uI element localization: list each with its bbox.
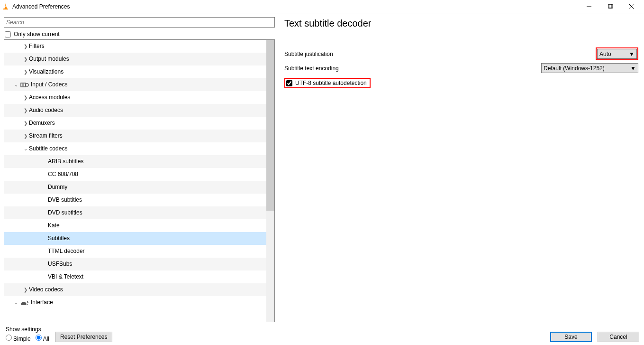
tree-item[interactable]: DVB subtitles xyxy=(4,194,266,206)
svg-rect-2 xyxy=(5,6,7,7)
input-icon xyxy=(20,81,29,89)
svg-rect-0 xyxy=(3,9,8,9)
only-show-current-box[interactable] xyxy=(5,31,11,37)
only-show-current-checkbox[interactable]: Only show current xyxy=(5,31,275,37)
utf8-checkbox-box[interactable] xyxy=(286,80,292,86)
tree-item-label: Input / Codecs xyxy=(31,78,67,91)
tree-item[interactable]: Kate xyxy=(4,219,266,232)
utf8-highlight: UTF-8 subtitle autodetection xyxy=(284,78,371,88)
tree-item-label: Stream filters xyxy=(29,130,63,142)
tree-item-label: Subtitle codecs xyxy=(29,142,67,155)
tree-item[interactable]: ⌄Subtitle codecs xyxy=(4,142,266,155)
tree-item-label: Demuxers xyxy=(29,117,55,130)
tree-item-label: Kate xyxy=(48,219,60,232)
chevron-down-icon: ▼ xyxy=(629,51,635,57)
tree-item-label: Access modules xyxy=(29,91,70,104)
expand-arrow-icon[interactable]: ❯ xyxy=(22,91,29,104)
tree-item-label: DVB subtitles xyxy=(48,194,82,206)
svg-rect-1 xyxy=(5,5,7,5)
footer: Show settings Simple All Reset Preferenc… xyxy=(0,322,644,345)
tree-item[interactable]: ❯Visualizations xyxy=(4,65,266,78)
minimize-button[interactable] xyxy=(578,0,599,13)
tree-scrollbar-thumb[interactable] xyxy=(266,40,274,211)
save-button[interactable]: Save xyxy=(550,332,592,342)
svg-rect-4 xyxy=(608,4,612,8)
svg-rect-5 xyxy=(609,4,613,8)
radio-all[interactable]: All xyxy=(36,335,49,342)
tree-item[interactable]: Subtitles xyxy=(4,232,266,245)
justification-highlight: Auto ▼ xyxy=(596,47,638,60)
tree-item[interactable]: ⌄Input / Codecs xyxy=(4,78,266,91)
expand-arrow-icon[interactable]: ❯ xyxy=(22,40,29,53)
expand-arrow-icon[interactable]: ❯ xyxy=(22,53,29,65)
tree-item-label: Visualizations xyxy=(29,65,63,78)
tree-item-label: VBI & Teletext xyxy=(48,270,83,283)
search-input[interactable] xyxy=(4,17,275,28)
chevron-down-icon: ▼ xyxy=(630,65,636,72)
encoding-dropdown[interactable]: Default (Windows-1252) ▼ xyxy=(541,63,638,73)
tree-item[interactable]: ❯Access modules xyxy=(4,91,266,104)
tree-item[interactable]: ❯Demuxers xyxy=(4,117,266,130)
expand-arrow-icon[interactable]: ❯ xyxy=(22,104,29,117)
panel-title: Text subtitle decoder xyxy=(284,16,638,33)
tree-item[interactable]: ❯Video codecs xyxy=(4,283,266,296)
expand-arrow-icon[interactable]: ❯ xyxy=(22,65,29,78)
radio-simple[interactable]: Simple xyxy=(6,335,31,342)
tree-item[interactable]: DVD subtitles xyxy=(4,206,266,219)
reset-preferences-button[interactable]: Reset Preferences xyxy=(55,332,112,342)
tree-item-label: Dummy xyxy=(48,181,67,194)
expand-arrow-icon[interactable]: ⌄ xyxy=(13,78,19,91)
tree-item[interactable]: CC 608/708 xyxy=(4,168,266,181)
tree-item-label: Interface xyxy=(31,296,53,309)
justification-value: Auto xyxy=(599,51,611,57)
sidebar: Only show current ❯Filters❯Output module… xyxy=(0,13,279,322)
tree-item-label: Audio codecs xyxy=(29,104,63,117)
tree-item[interactable]: ❯Output modules xyxy=(4,53,266,65)
encoding-value: Default (Windows-1252) xyxy=(544,65,605,72)
window-title: Advanced Preferences xyxy=(12,3,70,10)
tree-item[interactable]: Dummy xyxy=(4,181,266,194)
tree-item[interactable]: ⌄Interface xyxy=(4,296,266,309)
tree-item-label: CC 608/708 xyxy=(48,168,78,181)
justification-dropdown[interactable]: Auto ▼ xyxy=(597,49,637,59)
show-settings-label: Show settings xyxy=(6,326,49,333)
close-button[interactable] xyxy=(621,0,642,13)
cancel-button[interactable]: Cancel xyxy=(598,332,639,342)
tree-item-label: Filters xyxy=(29,40,45,53)
tree-item[interactable]: USFSubs xyxy=(4,258,266,270)
utf8-checkbox[interactable]: UTF-8 subtitle autodetection xyxy=(286,80,367,86)
tree-item[interactable]: ❯Filters xyxy=(4,40,266,53)
tree-item[interactable]: ❯Stream filters xyxy=(4,130,266,142)
maximize-button[interactable] xyxy=(599,0,621,13)
tree-item-label: DVD subtitles xyxy=(48,206,82,219)
tree-item[interactable]: TTML decoder xyxy=(4,245,266,258)
tree-scrollbar[interactable] xyxy=(266,40,274,322)
utf8-label: UTF-8 subtitle autodetection xyxy=(295,80,367,86)
encoding-label: Subtitle text encoding xyxy=(284,65,541,72)
tree-item-label: Output modules xyxy=(29,53,69,65)
expand-arrow-icon[interactable]: ⌄ xyxy=(13,296,19,309)
expand-arrow-icon[interactable]: ❯ xyxy=(22,130,29,142)
justification-label: Subtitle justification xyxy=(284,51,596,57)
tree-item-label: TTML decoder xyxy=(48,245,85,258)
svg-point-9 xyxy=(26,84,28,86)
expand-arrow-icon[interactable]: ❯ xyxy=(22,283,29,296)
only-show-current-label: Only show current xyxy=(14,31,60,37)
tree-item[interactable]: ARIB subtitles xyxy=(4,155,266,168)
tree-item-label: ARIB subtitles xyxy=(48,155,83,168)
tree-view: ❯Filters❯Output modules❯Visualizations⌄I… xyxy=(4,39,275,322)
tree-item-label: USFSubs xyxy=(48,258,72,270)
tree-item[interactable]: VBI & Teletext xyxy=(4,270,266,283)
settings-panel: Text subtitle decoder Subtitle justifica… xyxy=(279,13,644,322)
interface-icon xyxy=(20,298,29,307)
expand-arrow-icon[interactable]: ❯ xyxy=(22,117,29,130)
expand-arrow-icon[interactable]: ⌄ xyxy=(22,142,29,155)
tree-item[interactable]: ❯Audio codecs xyxy=(4,104,266,117)
tree-item-label: Video codecs xyxy=(29,283,63,296)
titlebar: Advanced Preferences xyxy=(0,0,644,13)
vlc-cone-icon xyxy=(2,3,9,10)
tree-item-label: Subtitles xyxy=(48,232,70,245)
